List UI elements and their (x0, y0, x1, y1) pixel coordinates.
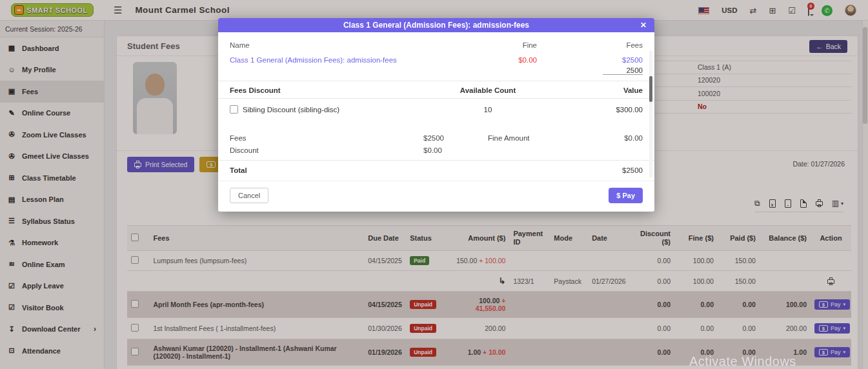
fee-fine-value: $0.00 (459, 56, 537, 64)
summary-discount-row: Discount $0.00 (230, 146, 643, 154)
discount-available-count: 10 (436, 106, 540, 114)
summary-fees-row: Fees $2500 Fine Amount $0.00 (230, 134, 643, 142)
modal-scrollbar[interactable] (649, 50, 652, 177)
modal-title: Class 1 General (Admission Fees): admiss… (343, 21, 529, 30)
pay-button[interactable]: $ Pay (609, 188, 643, 203)
sibling-discount-checkbox[interactable] (230, 105, 238, 114)
fee-name-link[interactable]: Class 1 General (Admission Fees): admiss… (230, 56, 459, 64)
fee-header-row: Name Fine Fees (230, 32, 643, 49)
available-count-label: Available Count (436, 86, 540, 94)
discount-name: Sibling Discount (sibling-disc) (243, 106, 339, 114)
fee-amount-input-row (230, 66, 643, 75)
fee-amount-input[interactable] (603, 66, 643, 75)
fee-amount-value: $2500 (537, 56, 643, 64)
summary-discount-label: Discount (230, 146, 423, 154)
modal-footer: Cancel $ Pay (218, 181, 654, 212)
total-value: $2500 (622, 166, 643, 174)
total-row: Total $2500 (230, 161, 643, 181)
summary-fees-label: Fees (230, 134, 423, 142)
modal-header: Class 1 General (Admission Fees): admiss… (218, 18, 654, 32)
value-label: Value (540, 86, 643, 94)
modal-body: Name Fine Fees Class 1 General (Admissio… (218, 32, 654, 181)
total-label: Total (230, 166, 622, 174)
fees-column-label: Fees (537, 41, 643, 49)
discount-value: $300.00 (540, 106, 643, 114)
discount-row: Sibling Discount (sibling-disc) 10 $300.… (230, 99, 643, 130)
cancel-button[interactable]: Cancel (230, 188, 268, 203)
summary-fine-label: Fine Amount (488, 134, 565, 142)
fee-payment-modal: Class 1 General (Admission Fees): admiss… (218, 18, 654, 212)
activate-windows-watermark: Activate Windows (689, 354, 796, 369)
fees-discount-label: Fees Discount (230, 86, 436, 94)
name-column-label: Name (230, 41, 459, 49)
summary-fine-value: $0.00 (565, 134, 643, 142)
close-icon[interactable]: ✕ (640, 18, 647, 32)
summary-discount-value: $0.00 (423, 146, 475, 154)
modal-scrollbar-thumb[interactable] (649, 76, 652, 102)
divider (218, 181, 654, 181)
fee-detail-row: Class 1 General (Admission Fees): admiss… (230, 56, 643, 64)
discount-header-row: Fees Discount Available Count Value (230, 81, 643, 98)
summary-fees-value: $2500 (423, 134, 475, 142)
fine-column-label: Fine (459, 41, 537, 49)
